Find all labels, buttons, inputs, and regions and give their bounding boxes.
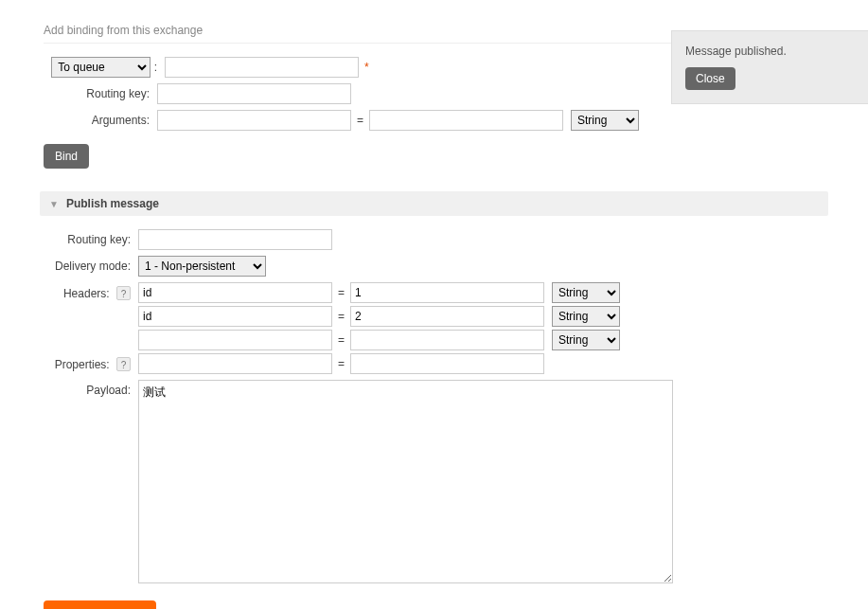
header-type-select[interactable]: String <box>552 282 620 303</box>
header-value-input[interactable] <box>350 330 544 350</box>
bind-button[interactable]: Bind <box>44 144 89 169</box>
properties-label: Properties: <box>55 358 110 371</box>
required-marker: * <box>364 61 369 74</box>
property-value-input[interactable] <box>350 353 544 374</box>
equals-sign: = <box>332 286 350 299</box>
help-icon[interactable]: ? <box>116 286 131 300</box>
equals-sign: = <box>332 357 350 370</box>
header-key-input[interactable] <box>138 282 332 303</box>
header-type-select[interactable]: String <box>552 306 620 327</box>
property-key-input[interactable] <box>138 353 332 374</box>
headers-label: Headers: <box>63 287 110 300</box>
header-value-input[interactable] <box>350 306 544 327</box>
equals-sign: = <box>351 114 369 127</box>
binding-destination-input[interactable] <box>165 57 359 78</box>
header-type-select[interactable]: String <box>552 330 620 350</box>
collapse-arrow-icon: ▼ <box>49 199 59 209</box>
publish-button[interactable]: Publish message <box>44 600 156 609</box>
binding-routing-input[interactable] <box>157 83 351 104</box>
delivery-mode-select[interactable]: 1 - Non-persistent <box>138 256 266 277</box>
delivery-mode-label: Delivery mode: <box>44 260 138 273</box>
publish-routing-input[interactable] <box>138 229 332 250</box>
binding-destination-select[interactable]: To queue <box>51 57 151 78</box>
payload-label: Payload: <box>44 380 138 397</box>
header-value-input[interactable] <box>350 282 544 303</box>
equals-sign: = <box>332 333 350 347</box>
binding-routing-label: Routing key: <box>44 87 157 100</box>
equals-sign: = <box>332 310 350 323</box>
binding-arg-value-input[interactable] <box>369 110 563 131</box>
close-button[interactable]: Close <box>685 67 735 90</box>
publish-section-header[interactable]: ▼ Publish message <box>40 191 828 216</box>
header-key-input[interactable] <box>138 306 332 327</box>
binding-arg-type-select[interactable]: String <box>571 110 639 131</box>
binding-arg-key-input[interactable] <box>157 110 351 131</box>
publish-section-title: Publish message <box>66 197 159 210</box>
publish-routing-label: Routing key: <box>44 233 138 246</box>
notification-panel: Message published. Close <box>671 30 868 104</box>
header-key-input[interactable] <box>138 330 332 350</box>
binding-arguments-label: Arguments: <box>44 114 157 127</box>
help-icon[interactable]: ? <box>116 357 131 371</box>
colon-label: : <box>154 61 157 74</box>
notification-message: Message published. <box>685 45 855 58</box>
payload-textarea[interactable] <box>138 380 673 583</box>
